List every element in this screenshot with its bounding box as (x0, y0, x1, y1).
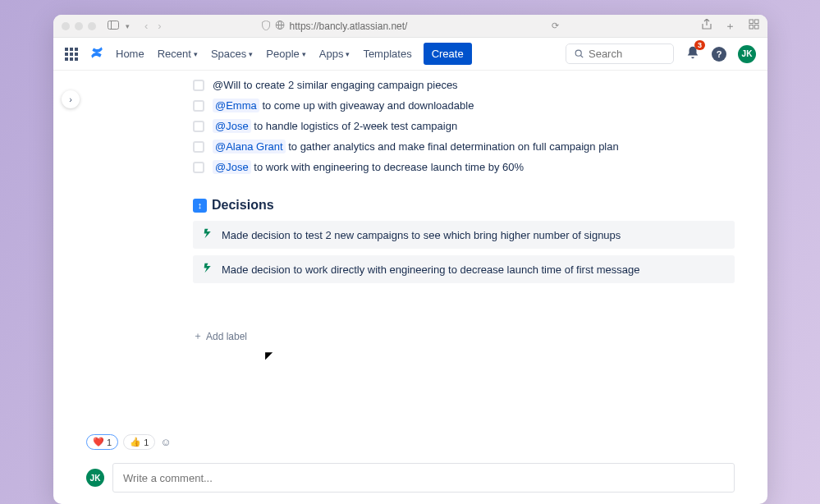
chevron-down-icon[interactable]: ▾ (126, 22, 130, 30)
decision-flag-icon (203, 228, 213, 241)
reload-icon[interactable]: ⟳ (552, 21, 559, 31)
nav-apps[interactable]: Apps▾ (319, 48, 350, 60)
comment-bar: JK (86, 463, 735, 493)
confluence-logo-icon[interactable] (89, 45, 104, 62)
share-icon[interactable] (702, 19, 712, 34)
back-icon[interactable]: ‹ (144, 20, 148, 32)
search-input[interactable] (589, 48, 665, 60)
mention[interactable]: @Jose (213, 160, 251, 174)
decisions-heading: ↕ Decisions (193, 198, 735, 213)
tabs-overview-icon[interactable] (749, 19, 759, 34)
create-button[interactable]: Create (424, 43, 472, 65)
svg-rect-6 (755, 20, 759, 24)
search-icon (575, 48, 584, 59)
action-item: @Alana Grant to gather analytics and mak… (193, 140, 735, 153)
notification-count-badge: 3 (694, 40, 705, 50)
thumbs-up-icon: 👍 (130, 437, 141, 447)
reaction-heart[interactable]: ❤️ 1 (86, 434, 118, 450)
mention[interactable]: @Jose (213, 119, 251, 133)
window-controls[interactable] (62, 22, 96, 30)
maximize-window-icon[interactable] (88, 22, 96, 30)
comment-input[interactable] (112, 463, 735, 493)
checkbox[interactable] (193, 100, 204, 112)
mention[interactable]: @Emma (213, 99, 259, 112)
svg-rect-0 (108, 21, 119, 30)
checkbox[interactable] (193, 121, 204, 132)
svg-rect-7 (749, 25, 754, 29)
privacy-shield-icon[interactable] (262, 21, 271, 32)
action-item: @Emma to come up with giveaway and downl… (193, 99, 735, 112)
mouse-cursor: ◤ (265, 350, 273, 361)
decision-flag-icon (203, 263, 213, 276)
nav-people[interactable]: People▾ (266, 48, 305, 60)
action-items-list: @Will to create 2 similar engaging campa… (193, 79, 735, 173)
url-text[interactable]: https://bancly.atlassian.net/ (290, 21, 408, 32)
add-label-button[interactable]: ＋ Add label (193, 329, 735, 343)
notifications-button[interactable]: 3 (685, 45, 700, 62)
mention[interactable]: @Will (213, 79, 241, 91)
forward-icon[interactable]: › (158, 20, 161, 32)
svg-rect-5 (749, 20, 754, 24)
chevron-down-icon: ▾ (249, 50, 253, 58)
app-switcher-icon[interactable] (65, 48, 78, 61)
nav-spaces[interactable]: Spaces▾ (211, 48, 253, 60)
svg-line-10 (580, 55, 583, 57)
mention[interactable]: @Alana Grant (213, 140, 286, 153)
svg-point-9 (575, 50, 581, 56)
decisions-emoji-icon: ↕ (193, 199, 207, 213)
chevron-down-icon: ▾ (194, 50, 198, 58)
decision-item: Made decision to test 2 new campaigns to… (193, 221, 735, 249)
nav-recent[interactable]: Recent▾ (158, 48, 198, 60)
minimize-window-icon[interactable] (75, 22, 83, 30)
action-item: @Jose to handle logistics of 2-week test… (193, 120, 735, 132)
new-tab-icon[interactable]: ＋ (725, 19, 735, 34)
comment-avatar: JK (86, 469, 104, 487)
decision-item: Made decision to work directly with engi… (193, 255, 735, 283)
browser-titlebar: ▾ ‹ › https://bancly.atlassian.net/ ⟳ ＋ (53, 15, 767, 38)
plus-icon: ＋ (193, 329, 203, 343)
heart-icon: ❤️ (93, 437, 104, 447)
profile-avatar[interactable]: JK (738, 45, 756, 63)
nav-home[interactable]: Home (116, 48, 144, 60)
chevron-down-icon: ▾ (346, 50, 350, 58)
action-item: @Will to create 2 similar engaging campa… (193, 79, 735, 91)
action-item: @Jose to work with engineering to decrea… (193, 161, 735, 173)
reaction-thumbs-up[interactable]: 👍 1 (123, 434, 155, 450)
page-body: › @Will to create 2 similar engaging cam… (53, 71, 767, 504)
search-field[interactable] (566, 44, 674, 64)
confluence-top-nav: Home Recent▾ Spaces▾ People▾ Apps▾ Templ… (53, 38, 767, 71)
checkbox[interactable] (193, 141, 204, 153)
reactions-bar: ❤️ 1 👍 1 ☺ (86, 434, 172, 450)
nav-templates[interactable]: Templates (363, 48, 411, 60)
checkbox[interactable] (193, 80, 204, 91)
checkbox[interactable] (193, 162, 204, 173)
help-button[interactable]: ? (712, 47, 726, 62)
browser-window: ▾ ‹ › https://bancly.atlassian.net/ ⟳ ＋ (53, 15, 767, 504)
decisions-list: Made decision to test 2 new campaigns to… (193, 221, 735, 283)
svg-rect-8 (755, 25, 759, 29)
sidebar-toggle-icon[interactable] (108, 20, 119, 32)
close-window-icon[interactable] (62, 22, 70, 30)
add-reaction-button[interactable]: ☺ (160, 436, 171, 448)
chevron-down-icon: ▾ (302, 50, 306, 58)
globe-icon (276, 21, 285, 31)
